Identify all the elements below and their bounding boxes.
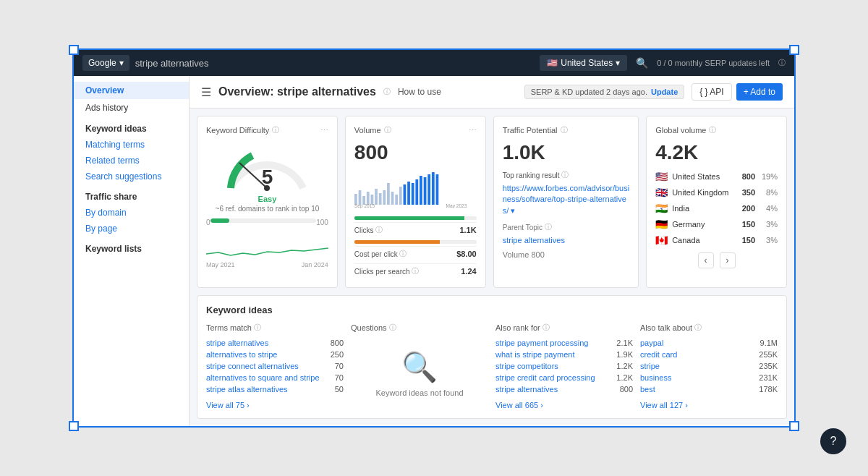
kd-desc: ~6 ref. domains to rank in top 10 — [216, 205, 320, 213]
also-talk-info-icon[interactable]: ⓘ — [694, 323, 702, 333]
update-link[interactable]: Update — [651, 88, 678, 96]
api-button[interactable]: { } API — [692, 83, 731, 101]
svg-rect-16 — [412, 183, 414, 205]
ki-rank-link[interactable]: stripe competitors — [495, 362, 558, 370]
svg-rect-8 — [379, 193, 382, 205]
sidebar-section-traffic-share: Traffic share — [74, 184, 189, 205]
list-item: stripe alternatives800 — [206, 337, 344, 349]
clicks-info-icon[interactable]: ⓘ — [375, 225, 383, 235]
ki-terms-link[interactable]: stripe atlas alternatives — [206, 385, 288, 394]
cps-info-icon[interactable]: ⓘ — [412, 266, 419, 276]
google-dropdown[interactable]: Google ▾ — [82, 55, 129, 71]
search-button[interactable]: 🔍 — [636, 57, 648, 69]
next-page-btn[interactable]: › — [720, 252, 736, 268]
cpc-fill — [354, 240, 440, 244]
ki-rank-link[interactable]: what is stripe payment — [495, 350, 574, 359]
ki-talk-link[interactable]: best — [640, 385, 655, 394]
also-talk-list: paypal9.1Mcredit card255Kstripe235Kbusin… — [640, 337, 778, 395]
kd-trend-chart — [206, 232, 328, 261]
hamburger-icon[interactable]: ☰ — [201, 85, 211, 99]
ki-talk-num: 255K — [759, 350, 778, 359]
sidebar-item-search-suggestions[interactable]: Search suggestions — [74, 169, 189, 184]
country-row: 🇩🇪 Germany 150 3% — [655, 216, 778, 232]
ki-terms-link[interactable]: stripe connect alternatives — [206, 362, 299, 370]
terms-view-all-btn[interactable]: View all 75 › — [206, 401, 250, 409]
list-item: stripe atlas alternatives50 — [206, 383, 344, 395]
sidebar-section-keyword-ideas: Keyword ideas — [74, 116, 189, 137]
sidebar-item-related-terms[interactable]: Related terms — [74, 153, 189, 169]
ki-rank-link[interactable]: stripe credit card processing — [495, 373, 595, 382]
parent-topic-link[interactable]: stripe alternatives — [503, 235, 629, 246]
ki-also-talk-label: Also talk about ⓘ — [640, 323, 778, 333]
cpc-value: $8.00 — [456, 250, 477, 258]
ki-terms-link[interactable]: alternatives to stripe — [206, 350, 277, 359]
title-info-icon[interactable]: ⓘ — [383, 87, 391, 97]
how-to-use-link[interactable]: How to use — [398, 87, 441, 97]
ki-talk-num: 9.1M — [760, 339, 778, 347]
content-header: ☰ Overview: stripe alternatives ⓘ How to… — [190, 76, 794, 109]
sidebar-item-overview[interactable]: Overview — [74, 82, 189, 99]
global-info-icon[interactable]: ⓘ — [709, 125, 716, 135]
top-ranking-url[interactable]: https://www.forbes.com/advisor/business/… — [503, 183, 629, 216]
ki-talk-link[interactable]: business — [640, 373, 671, 382]
svg-rect-22 — [435, 174, 438, 205]
cpc-info-icon[interactable]: ⓘ — [399, 249, 407, 259]
terms-info-icon[interactable]: ⓘ — [254, 323, 261, 333]
volume-value: 800 — [354, 141, 477, 164]
svg-rect-15 — [407, 182, 410, 205]
global-card-title: Global volume ⓘ — [655, 125, 778, 135]
also-rank-view-all-btn[interactable]: View all 665 › — [495, 401, 543, 409]
svg-text:Sep 2015: Sep 2015 — [354, 203, 375, 208]
sidebar-item-by-domain[interactable]: By domain — [74, 205, 189, 221]
ki-terms-link[interactable]: alternatives to square and stripe — [206, 373, 320, 382]
ki-terms-num: 70 — [335, 362, 344, 370]
region-selector[interactable]: 🇺🇸 United States ▾ — [540, 55, 627, 71]
dropdown-arrow: ▾ — [119, 58, 124, 68]
ki-terms-num: 800 — [331, 339, 344, 347]
kd-info-icon[interactable]: ⓘ — [272, 125, 279, 135]
ki-talk-link[interactable]: credit card — [640, 350, 677, 359]
also-talk-view-all-btn[interactable]: View all 127 › — [640, 401, 688, 409]
header-buttons: { } API + Add to — [692, 83, 783, 101]
no-found-text: Keyword ideas not found — [375, 388, 463, 397]
svg-rect-13 — [399, 187, 402, 205]
global-value: 4.2K — [655, 141, 778, 164]
ki-talk-link[interactable]: paypal — [640, 339, 663, 347]
traffic-info-icon[interactable]: ⓘ — [561, 125, 568, 135]
no-found-icon: 🔍 — [401, 350, 438, 384]
sidebar-item-ads-history[interactable]: Ads history — [74, 99, 189, 116]
help-button[interactable]: ? — [820, 428, 846, 454]
flag-icon: 🇨🇦 — [655, 234, 668, 246]
ki-rank-link[interactable]: stripe payment processing — [495, 339, 588, 347]
clicks-value: 1.1K — [459, 226, 476, 234]
add-button[interactable]: + Add to — [736, 83, 783, 101]
ranking-info-icon[interactable]: ⓘ — [561, 170, 569, 180]
traffic-card-title: Traffic Potential ⓘ — [503, 125, 629, 135]
ki-talk-num: 178K — [759, 385, 778, 394]
updates-info-icon[interactable]: ⓘ — [778, 58, 786, 68]
ki-rank-link[interactable]: stripe alternatives — [495, 385, 558, 394]
top-bar: Google ▾ stripe alternatives 🇺🇸 United S… — [74, 50, 794, 76]
clicks-track — [354, 216, 477, 220]
list-item: alternatives to stripe250 — [206, 349, 344, 360]
parent-topic-label: Parent Topic ⓘ — [503, 222, 629, 232]
ki-questions-col: Questions ⓘ 🔍 Keyword ideas not found — [351, 323, 488, 409]
volume-info-icon[interactable]: ⓘ — [384, 125, 391, 135]
cps-row: Clicks per search ⓘ 1.24 — [354, 263, 477, 279]
country-pct: 3% — [760, 236, 778, 245]
country-row: 🇬🇧 United Kingdom 350 8% — [655, 184, 778, 200]
sidebar-item-matching-terms[interactable]: Matching terms — [74, 137, 189, 153]
sidebar-item-by-page[interactable]: By page — [74, 221, 189, 237]
parent-info-icon[interactable]: ⓘ — [545, 222, 552, 232]
traffic-card: Traffic Potential ⓘ 1.0K Top ranking res… — [493, 116, 639, 288]
kd-gauge: 5 Easy ~6 ref. domains to rank in top 10 — [206, 141, 328, 213]
main-layout: Overview Ads history Keyword ideas Match… — [74, 76, 794, 426]
ki-terms-link[interactable]: stripe alternatives — [206, 339, 268, 347]
questions-info-icon[interactable]: ⓘ — [389, 323, 396, 333]
ki-talk-link[interactable]: stripe — [640, 362, 660, 370]
also-rank-info-icon[interactable]: ⓘ — [542, 323, 550, 333]
prev-page-btn[interactable]: ‹ — [698, 252, 714, 268]
volume-more-icon[interactable]: ⋯ — [469, 126, 477, 135]
country-vol: 150 — [733, 220, 755, 229]
kd-more-icon[interactable]: ⋯ — [320, 126, 328, 135]
